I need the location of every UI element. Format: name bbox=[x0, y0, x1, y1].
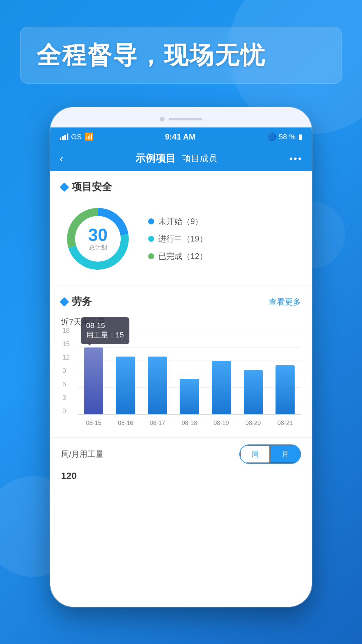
diamond-icon-labor bbox=[60, 297, 69, 306]
bar-tooltip: 08-15用工量：15 bbox=[81, 317, 129, 344]
weekly-value-area: 120 bbox=[50, 467, 312, 488]
legend-dot-cyan bbox=[148, 236, 154, 242]
carrier-label: GS bbox=[71, 132, 82, 141]
status-right: 🔵 58 % ▮ bbox=[267, 132, 302, 141]
signal-bar-3 bbox=[64, 135, 66, 140]
signal-bar-4 bbox=[67, 133, 68, 140]
labor-more-link[interactable]: 查看更多 bbox=[269, 297, 301, 307]
bar-x-label: 08-21 bbox=[277, 420, 293, 427]
gridline-label: 18 bbox=[62, 326, 70, 334]
back-icon: ‹ bbox=[60, 152, 63, 164]
bar-group[interactable]: 08-16 bbox=[110, 334, 141, 415]
donut-chart: 30 总计划 bbox=[61, 202, 135, 276]
status-bar: GS 📶 9:41 AM 🔵 58 % ▮ bbox=[50, 127, 312, 146]
bar-group[interactable]: 08-21 bbox=[269, 334, 301, 415]
bar-group[interactable]: 08-19 bbox=[205, 334, 237, 415]
gridline-label: 0 bbox=[62, 407, 66, 415]
bar-08-21[interactable] bbox=[276, 365, 295, 415]
section-title-safety: 项目安全 bbox=[72, 180, 112, 194]
section-header-labor: 劳务 查看更多 bbox=[61, 295, 301, 309]
back-button[interactable]: ‹ bbox=[60, 152, 63, 165]
bar-08-17[interactable] bbox=[148, 357, 167, 415]
nav-title: 示例项目 bbox=[135, 152, 176, 165]
notch-bar bbox=[169, 118, 202, 120]
gridline-label: 15 bbox=[62, 340, 70, 347]
bar-x-label: 08-19 bbox=[214, 420, 229, 427]
diamond-icon-safety bbox=[60, 182, 69, 192]
legend-label-completed: 已完成（12） bbox=[158, 251, 207, 262]
legend-item-completed: 已完成（12） bbox=[148, 251, 207, 262]
phone-notch-area bbox=[50, 107, 312, 127]
header-banner: 全程督导，现场无忧 bbox=[20, 27, 342, 84]
legend-dot-green bbox=[148, 253, 154, 259]
toggle-buttons: 周 月 bbox=[239, 444, 301, 464]
status-left: GS 📶 bbox=[60, 132, 94, 141]
section-title-wrap: 项目安全 bbox=[61, 180, 112, 194]
more-button[interactable]: ••• bbox=[290, 153, 302, 164]
legend-dot-blue bbox=[148, 218, 154, 224]
battery-icon: ▮ bbox=[298, 132, 302, 141]
donut-total-number: 30 bbox=[88, 226, 108, 244]
legend-label-in-progress: 进行中（19） bbox=[158, 233, 207, 244]
chart-legend: 未开始（9） 进行中（19） 已完成（12） bbox=[148, 216, 207, 262]
phone-wrapper: GS 📶 9:41 AM 🔵 58 % ▮ ‹ 示例项目 项目成员 ••• bbox=[50, 107, 312, 607]
bar-08-16[interactable] bbox=[116, 357, 135, 415]
bar-08-15[interactable]: 08-15用工量：15 bbox=[84, 347, 103, 415]
gridline-label: 9 bbox=[62, 367, 66, 374]
toggle-week-button[interactable]: 周 bbox=[240, 445, 270, 463]
battery-percent: 58 % bbox=[279, 132, 296, 141]
bar-group[interactable]: 08-18 bbox=[173, 334, 205, 415]
chart-row: 30 总计划 未开始（9） 进行中（19） bbox=[61, 202, 301, 276]
signal-bar-1 bbox=[60, 138, 61, 140]
bar-chart: 1815129630 08-15用工量：1508-1508-1608-1708-… bbox=[61, 334, 301, 428]
nav-bar: ‹ 示例项目 项目成员 ••• bbox=[50, 146, 312, 171]
toggle-row: 周/月用工量 周 月 bbox=[50, 438, 312, 467]
weekly-value: 120 bbox=[61, 471, 77, 481]
bar-x-label: 08-16 bbox=[118, 420, 133, 427]
bar-group[interactable]: 08-15用工量：1508-15 bbox=[78, 334, 110, 415]
header-title: 全程督导，现场无忧 bbox=[37, 39, 325, 71]
nav-subtitle[interactable]: 项目成员 bbox=[182, 153, 217, 164]
bar-x-label: 08-20 bbox=[245, 420, 261, 427]
wifi-icon: 📶 bbox=[84, 132, 94, 141]
gridline-label: 12 bbox=[62, 353, 70, 361]
bar-group[interactable]: 08-20 bbox=[237, 334, 269, 415]
toggle-month-button[interactable]: 月 bbox=[270, 445, 300, 463]
status-time: 9:41 AM bbox=[165, 132, 195, 142]
toggle-label: 周/月用工量 bbox=[61, 449, 104, 460]
notch-dot bbox=[160, 117, 165, 121]
labor-section: 劳务 查看更多 近7天用工量 1815129630 08-15用工量：1508-… bbox=[50, 285, 312, 438]
section-title-wrap-labor: 劳务 bbox=[61, 295, 92, 309]
donut-center: 30 总计划 bbox=[88, 226, 108, 252]
bar-x-label: 08-17 bbox=[150, 420, 165, 427]
bar-08-19[interactable] bbox=[212, 361, 231, 415]
bar-08-18[interactable] bbox=[180, 379, 199, 415]
signal-icon bbox=[60, 133, 68, 140]
project-safety-section: 项目安全 bbox=[50, 171, 312, 285]
nav-center: 示例项目 项目成员 bbox=[135, 152, 217, 165]
gridline-label: 3 bbox=[62, 393, 66, 401]
bar-x-label: 08-18 bbox=[182, 420, 197, 427]
bar-group[interactable]: 08-17 bbox=[141, 334, 173, 415]
donut-total-label: 总计划 bbox=[88, 244, 108, 252]
section-header-safety: 项目安全 bbox=[61, 180, 301, 194]
phone-frame: GS 📶 9:41 AM 🔵 58 % ▮ ‹ 示例项目 项目成员 ••• bbox=[50, 107, 312, 607]
section-title-labor: 劳务 bbox=[72, 295, 92, 309]
bar-x-label: 08-15 bbox=[86, 420, 102, 427]
bluetooth-icon: 🔵 bbox=[267, 132, 276, 141]
x-axis-line bbox=[78, 414, 301, 415]
content-area: 项目安全 bbox=[50, 171, 312, 607]
bar-08-20[interactable] bbox=[244, 370, 263, 415]
signal-bar-2 bbox=[62, 136, 64, 140]
legend-label-not-started: 未开始（9） bbox=[158, 216, 203, 227]
legend-item-not-started: 未开始（9） bbox=[148, 216, 207, 227]
legend-item-in-progress: 进行中（19） bbox=[148, 233, 207, 244]
gridline-label: 6 bbox=[62, 380, 66, 388]
bar-chart-area: 1815129630 08-15用工量：1508-1508-1608-1708-… bbox=[61, 334, 301, 428]
